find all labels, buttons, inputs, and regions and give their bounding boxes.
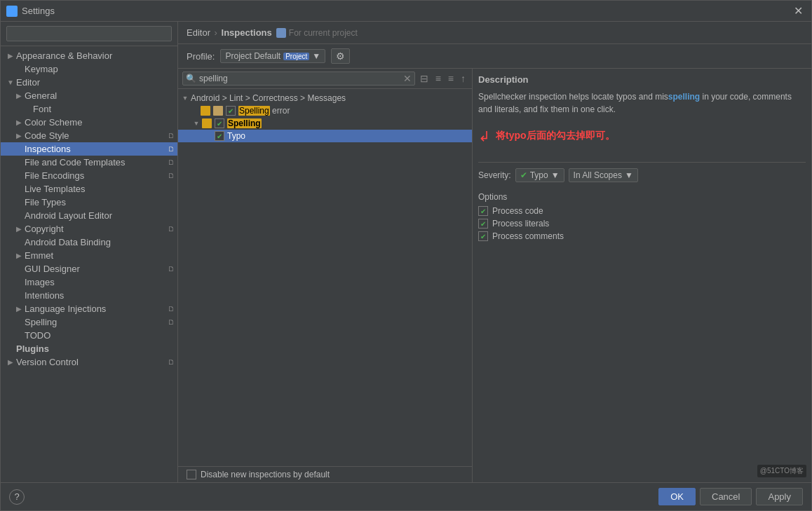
inspection-spelling-group[interactable]: ✔ Spelling <box>178 117 472 130</box>
inspection-typo[interactable]: ✔ Typo <box>178 130 472 142</box>
export-button[interactable]: ↑ <box>459 71 468 86</box>
sidebar-item-android-data-binding[interactable]: Android Data Binding <box>1 236 177 249</box>
filter-button[interactable]: ⊟ <box>418 71 431 86</box>
sidebar-item-label: Emmet <box>25 250 53 261</box>
sidebar-item-label: File Types <box>25 197 66 207</box>
option-label-process-comments: Process comments <box>492 231 564 241</box>
description-divider <box>478 162 806 163</box>
breadcrumb-current: Inspections <box>222 27 272 38</box>
page-icon: 🗋 <box>168 265 175 273</box>
sidebar-item-label: Code Style <box>25 130 69 141</box>
bottom-bar: Disable new inspections by default <box>178 466 472 482</box>
apply-button[interactable]: Apply <box>756 488 803 505</box>
expand-all-button[interactable]: ≡ <box>433 71 443 86</box>
inspection-label: Typo <box>227 131 469 141</box>
sidebar-item-code-style[interactable]: Code Style 🗋 <box>1 129 177 142</box>
sidebar-item-images[interactable]: Images <box>1 275 177 289</box>
sidebar-item-label: Inspections <box>25 144 71 154</box>
settings-window: Settings ✕ Appearance & Behavior Keymap <box>0 0 812 511</box>
project-icon <box>276 28 286 38</box>
sidebar-item-live-templates[interactable]: Live Templates <box>1 182 177 196</box>
cancel-button[interactable]: Cancel <box>700 488 752 505</box>
sidebar-item-inspections[interactable]: Inspections 🗋 <box>1 142 177 156</box>
sidebar-item-keymap[interactable]: Keymap <box>1 62 177 76</box>
sidebar-item-editor[interactable]: Editor <box>1 76 177 89</box>
option-process-comments: ✔ Process comments <box>478 231 806 241</box>
scope-value: In All Scopes <box>574 170 622 180</box>
red-arrow-icon: ↱ <box>478 128 490 144</box>
ok-button[interactable]: OK <box>658 488 696 505</box>
sidebar-item-file-code-templates[interactable]: File and Code Templates 🗋 <box>1 156 177 169</box>
breadcrumb: Editor › Inspections <box>187 27 272 38</box>
sidebar-item-color-scheme[interactable]: Color Scheme <box>1 116 177 129</box>
collapse-all-button[interactable]: ≡ <box>446 71 456 86</box>
sidebar-item-spelling[interactable]: Spelling 🗋 <box>1 315 177 329</box>
sidebar-item-label: Color Scheme <box>25 117 82 128</box>
sidebar-item-todo[interactable]: TODO <box>1 329 177 342</box>
arrow-icon <box>6 358 15 366</box>
sidebar-item-label: GUI Designer <box>25 264 80 274</box>
sidebar-item-intentions[interactable]: Intentions <box>1 289 177 302</box>
sidebar-item-font[interactable]: Font <box>1 102 177 116</box>
sidebar-search-input[interactable] <box>6 26 172 41</box>
sidebar-item-language-injections[interactable]: Language Injections 🗋 <box>1 302 177 315</box>
inspection-checkbox[interactable]: ✔ <box>215 131 224 141</box>
highlight-text: Spelling <box>227 118 262 128</box>
sidebar-item-appearance[interactable]: Appearance & Behavior <box>1 49 177 62</box>
sidebar-item-label: Language Injections <box>25 304 106 314</box>
search-clear-button[interactable]: ✕ <box>403 74 412 83</box>
inspection-spelling-error[interactable]: ✔ Spelling error <box>178 104 472 117</box>
page-icon: 🗋 <box>168 158 175 166</box>
inspection-group-android[interactable]: Android > Lint > Correctness > Messages <box>178 92 472 104</box>
chevron-down-icon: ▼ <box>312 51 320 61</box>
sidebar-item-gui-designer[interactable]: GUI Designer 🗋 <box>1 262 177 275</box>
right-panel: Editor › Inspections For current project… <box>178 22 811 482</box>
inspection-label: Spelling <box>227 118 469 128</box>
option-process-literals: ✔ Process literals <box>478 219 806 229</box>
desc-text-before: Spellchecker inspection helps locate typ… <box>478 92 668 102</box>
page-icon: 🗋 <box>168 358 175 366</box>
severity-color-icon2 <box>213 106 223 116</box>
sidebar-item-version-control[interactable]: Version Control 🗋 <box>1 355 177 369</box>
severity-dropdown[interactable]: ✔ Typo ▼ <box>515 168 564 182</box>
severity-value: Typo <box>530 170 548 180</box>
inspection-search-input[interactable] <box>199 74 400 83</box>
sidebar-item-label: Android Layout Editor <box>25 210 112 221</box>
sidebar-item-plugins[interactable]: Plugins <box>1 342 177 355</box>
arrow-icon <box>6 79 15 86</box>
option-checkbox-process-literals[interactable]: ✔ <box>478 219 488 229</box>
option-checkbox-process-code[interactable]: ✔ <box>478 206 488 216</box>
inspection-tree: 🔍 ✕ ⊟ ≡ ≡ ↑ Android <box>178 69 473 482</box>
inspection-search-box[interactable]: 🔍 ✕ <box>182 71 415 86</box>
severity-color-icon <box>202 118 212 128</box>
severity-color-icon <box>201 106 210 116</box>
sidebar-item-copyright[interactable]: Copyright 🗋 <box>1 222 177 236</box>
inspection-checkbox[interactable]: ✔ <box>226 106 236 116</box>
breadcrumb-separator: › <box>215 27 220 38</box>
for-project-text: For current project <box>289 28 358 38</box>
sidebar-item-android-layout-editor[interactable]: Android Layout Editor <box>1 209 177 222</box>
sidebar-item-file-encodings[interactable]: File Encodings 🗋 <box>1 169 177 182</box>
arrow-icon <box>15 132 23 139</box>
sidebar-item-general[interactable]: General <box>1 89 177 102</box>
title-bar: Settings ✕ <box>1 1 811 22</box>
sidebar-item-label: Plugins <box>16 343 49 354</box>
group-arrow-icon <box>192 120 201 127</box>
sidebar-item-emmet[interactable]: Emmet <box>1 249 177 262</box>
disable-checkbox[interactable] <box>187 470 196 479</box>
arrow-icon <box>15 118 23 126</box>
option-checkbox-process-comments[interactable]: ✔ <box>478 231 488 241</box>
sidebar-item-label: Android Data Binding <box>25 237 111 247</box>
gear-button[interactable]: ⚙ <box>331 48 350 64</box>
sidebar-item-file-types[interactable]: File Types <box>1 196 177 209</box>
profile-dropdown[interactable]: Project Default Project ▼ <box>220 49 325 63</box>
help-button[interactable]: ? <box>9 489 25 505</box>
description-panel: Description Spellchecker inspection help… <box>473 69 811 482</box>
scope-dropdown[interactable]: In All Scopes ▼ <box>569 168 638 182</box>
inspection-label: Spelling error <box>238 106 469 116</box>
sidebar-item-label: Intentions <box>25 290 64 301</box>
sidebar-item-label: File and Code Templates <box>25 157 126 168</box>
breadcrumb-editor: Editor <box>187 27 210 38</box>
inspection-checkbox[interactable]: ✔ <box>215 118 224 128</box>
close-button[interactable]: ✕ <box>791 4 806 18</box>
